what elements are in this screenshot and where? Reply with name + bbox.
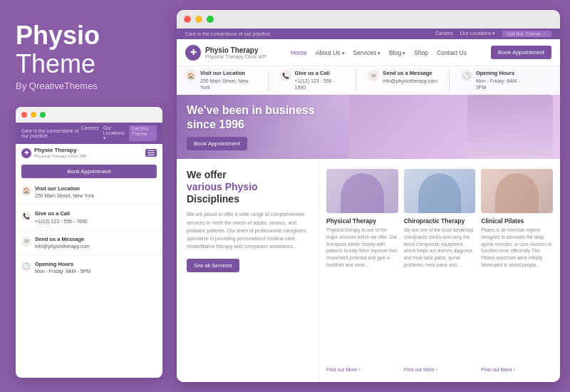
sb-phone-title: Give us a Call: [35, 210, 70, 217]
hero-person-image: [467, 95, 553, 159]
sb-titlebar: [16, 107, 162, 123]
sb-hours-title: Opening Hours: [35, 261, 73, 267]
nav-link-contact[interactable]: Contact Us: [437, 49, 467, 56]
nav-link-blog[interactable]: Blog: [389, 49, 405, 56]
hero-info-email: ✉ Send us a Message info@physiotherapy.c…: [368, 70, 450, 91]
sb-topbar-links: Careers Our Locations ▾ Get this Theme →: [81, 125, 157, 141]
site-logo-name: Physio Therapy: [205, 46, 266, 54]
site-nav-cta-button[interactable]: Book Appointment: [491, 46, 551, 59]
hero-email-detail: info@physiotherapy.com: [383, 78, 437, 83]
sb-hours-text: Opening Hours Mon - Friday: 8AM - 5PM: [35, 261, 90, 275]
sb-hamburger-icon[interactable]: [145, 149, 157, 158]
sb-topbar: Care is the cornerstone of our practice …: [16, 123, 162, 144]
brand-author: By QreativeThemes: [16, 81, 162, 91]
card-img-ct: [404, 169, 476, 213]
sb-clock-icon: 🕐: [21, 262, 31, 272]
card-img-ct-inner: [404, 169, 476, 213]
hero-clock-icon: 🕐: [461, 70, 472, 81]
site-logo-sub: Physical Therapy Clinic WP: [205, 54, 266, 59]
sb-divider-1: [16, 205, 162, 205]
sb-menu-line-1: [147, 150, 155, 152]
sb-email-title: Send us a Message: [35, 236, 84, 242]
site-logo-text-group: Physio Therapy Physical Therapy Clinic W…: [205, 46, 266, 59]
site-nav-links: Home About Us Services Blog Shop Contact…: [291, 49, 467, 56]
sb-link-theme[interactable]: Get this Theme →: [129, 125, 157, 141]
sb-logo-name: Physio Therapy: [34, 148, 87, 154]
sb-info-phone: 📞 Give us a Call +1(12) 123 - 556 - 7890: [16, 207, 162, 227]
left-panel: Physio Theme By QreativeThemes Care is t…: [0, 0, 177, 392]
site-link-locations[interactable]: Our Locations ▾: [460, 31, 496, 37]
sb-email-text: Send us a Message info@physiotherapy.com: [35, 236, 90, 250]
sb-email-detail: info@physiotherapy.com: [35, 244, 90, 249]
hero-email-icon: ✉: [368, 70, 379, 81]
sb-logo-row: ✚ Physio Therapy Physical Therapy Clinic…: [16, 144, 162, 160]
brand-name-bold: Physio: [16, 21, 162, 50]
card-text-ct: We are one of the most advanced chiropra…: [404, 227, 476, 364]
sb-divider-3: [16, 255, 162, 256]
site-main-content: We offer various Physio Disciplines We a…: [177, 159, 560, 382]
content-body-text: We are proud to offer a wide range of co…: [187, 210, 309, 250]
hero-location-title: Visit our Location: [200, 70, 245, 76]
sb-dot-green: [40, 112, 46, 118]
rb-dot-green: [207, 16, 214, 23]
hero-location-text: Visit our Location 250 Main Street, New …: [200, 70, 256, 91]
hero-hours-detail: Mon - Friday: 8AM - 5PM: [476, 78, 520, 91]
sb-menu-line-2: [147, 153, 155, 154]
site-left-content: We offer various Physio Disciplines We a…: [177, 159, 319, 382]
sb-appointment-button[interactable]: Book Appointment: [21, 165, 157, 178]
sb-menu-line-3: [147, 155, 155, 156]
hero-info-location: 🏠 Visit our Location 250 Main Street, Ne…: [185, 70, 269, 91]
card-img-cp: [481, 169, 553, 213]
hero-location-icon: 🏠: [185, 70, 197, 81]
rb-titlebar: [177, 10, 560, 29]
card-img-pt: [326, 169, 398, 213]
hero-phone-text: Give us a Call +1(12) 123 - 556 - 1990: [295, 70, 345, 91]
card-person-shape-cp: [495, 173, 538, 213]
sb-location-title: Visit our Location: [35, 185, 80, 192]
hero-phone-detail: +1(12) 123 - 556 - 1990: [295, 78, 335, 91]
nav-link-home[interactable]: Home: [291, 49, 307, 56]
brand-name-regular: Theme: [16, 49, 95, 78]
sb-info-location: 🏠 Visit our Location 250 Main Street, Ne…: [16, 182, 162, 202]
hero-headline: We've been in business since 1996: [187, 103, 315, 130]
site-logo-area: ✚ Physio Therapy Physical Therapy Clinic…: [185, 45, 266, 61]
hero-cta-button[interactable]: Book Appointment: [187, 137, 247, 150]
sb-phone-text: Give us a Call +1(12) 123 - 556 - 7890: [35, 210, 88, 225]
card-pilates: Clinical Pilates Pilates is an exercise …: [481, 169, 553, 372]
sb-info-email: ✉ Send us a Message info@physiotherapy.c…: [16, 233, 162, 253]
hero-background: We've been in business since 1996 Book A…: [177, 95, 560, 159]
site-topbar-links: Careers Our Locations ▾ Get this Theme →: [435, 31, 551, 37]
sb-divider-2: [16, 230, 162, 231]
hero-info-phone: 📞 Give us a Call +1(12) 123 - 556 - 1990: [280, 70, 357, 91]
brand-title: Physio Theme: [16, 21, 162, 78]
sb-location-text: Visit our Location 250 Main Street, New …: [35, 185, 94, 200]
card-link-pt[interactable]: Find out More: [326, 367, 398, 372]
hero-phone-title: Give us a Call: [295, 70, 330, 76]
card-title-pt: Physical Therapy: [326, 217, 398, 225]
nav-link-shop[interactable]: Shop: [414, 49, 428, 56]
services-button[interactable]: See all Services: [187, 259, 239, 272]
rb-dot-yellow: [195, 16, 202, 23]
card-link-cp[interactable]: Find out More: [481, 367, 553, 372]
site-link-theme[interactable]: Get this Theme →: [502, 31, 551, 37]
card-link-ct[interactable]: Find out More: [404, 367, 476, 372]
hero-hours-title: Opening Hours: [476, 70, 514, 76]
sb-topbar-tagline: Care is the cornerstone of our practice: [21, 128, 81, 138]
sb-link-locations[interactable]: Our Locations ▾: [103, 125, 125, 141]
site-link-careers[interactable]: Careers: [435, 31, 453, 37]
hero-phone-icon: 📞: [280, 70, 291, 81]
hero-email-title: Send us a Message: [383, 70, 432, 76]
card-person-shape-ct: [418, 173, 461, 213]
card-physical-therapy: Physical Therapy Physical therapy is one…: [326, 169, 398, 372]
sb-logo-sub: Physical Therapy Clinic WP: [34, 154, 87, 158]
hero-hours-text: Opening Hours Mon - Friday: 8AM - 5PM: [476, 70, 529, 91]
hero-image: [349, 95, 560, 159]
site-topbar-tagline: Care is the cornerstone of our practice: [185, 31, 270, 36]
site-cards: Physical Therapy Physical therapy is one…: [319, 159, 560, 382]
nav-link-services[interactable]: Services: [353, 49, 381, 56]
site-hero: 🏠 Visit our Location 250 Main Street, Ne…: [177, 66, 560, 159]
sb-link-careers[interactable]: Careers: [81, 125, 99, 141]
nav-link-about[interactable]: About Us: [316, 49, 345, 56]
sb-nav-logo: ✚ Physio Therapy Physical Therapy Clinic…: [21, 148, 87, 158]
card-text-pt: Physical therapy is one of the major ser…: [326, 227, 398, 364]
